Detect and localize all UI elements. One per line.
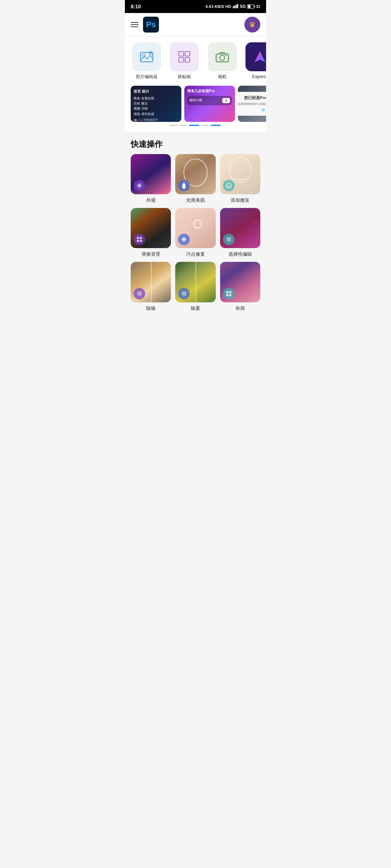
svg-rect-1 bbox=[234, 5, 235, 8]
quick-label-smooth-skin: 光滑美肌 bbox=[186, 197, 205, 204]
svg-point-33 bbox=[230, 239, 231, 240]
svg-rect-24 bbox=[137, 240, 139, 242]
quick-item-appearance[interactable]: 外观 bbox=[131, 154, 171, 204]
quick-thumb-spot-heal bbox=[175, 208, 215, 248]
quick-item-layout[interactable]: 布局 bbox=[220, 262, 260, 311]
quick-thumb-appearance bbox=[131, 154, 171, 194]
carousel-section[interactable]: 首页 统计 图表 发展趋势 目标 建议 视频 功能 成就 成长轨迹 🤖 人工智能… bbox=[125, 86, 266, 132]
app-label-camera: 相机 bbox=[218, 74, 227, 80]
apps-section[interactable]: 照片编辑器 拼贴画 相机 bbox=[125, 37, 266, 86]
app-label-express: Express bbox=[252, 74, 266, 80]
svg-point-20 bbox=[227, 184, 228, 185]
svg-point-40 bbox=[140, 293, 142, 294]
svg-rect-22 bbox=[137, 237, 139, 239]
app-icon-express bbox=[245, 42, 266, 71]
status-bar: 8:10 6.63 KB/S HD 5G 31 bbox=[125, 0, 266, 13]
menu-button[interactable] bbox=[131, 22, 139, 27]
app-item-photo-editor[interactable]: 照片编辑器 bbox=[131, 42, 163, 80]
header-left: Ps bbox=[131, 17, 159, 33]
carousel-card-1[interactable]: 首页 统计 图表 发展趋势 目标 建议 视频 功能 成就 成长轨迹 🤖 人工智能… bbox=[131, 86, 181, 122]
svg-rect-15 bbox=[225, 55, 227, 56]
battery-icon: 31 bbox=[247, 4, 260, 9]
svg-marker-16 bbox=[255, 51, 265, 62]
signal-icon bbox=[233, 4, 239, 9]
carousel-dots bbox=[125, 122, 266, 127]
quick-thumb-selective-edit bbox=[220, 208, 260, 248]
svg-point-29 bbox=[228, 238, 229, 239]
app-item-collage[interactable]: 拼贴画 bbox=[168, 42, 200, 80]
appearance-icon bbox=[134, 180, 145, 191]
carousel-dot-3[interactable] bbox=[189, 125, 199, 126]
quick-item-spot-heal[interactable]: 污点修复 bbox=[175, 208, 215, 258]
svg-point-21 bbox=[229, 184, 230, 185]
app-icon-photo-editor bbox=[132, 42, 161, 71]
quick-actions-grid: 外观 光滑美肌 添加微笑 bbox=[125, 154, 266, 318]
svg-point-38 bbox=[138, 294, 139, 295]
smooth-skin-icon bbox=[178, 180, 190, 191]
quick-item-denoise[interactable]: 除噪 bbox=[131, 262, 171, 311]
svg-rect-10 bbox=[185, 51, 190, 56]
app-icon-collage bbox=[170, 42, 199, 71]
status-icons: 6.63 KB/S HD 5G 31 bbox=[206, 4, 260, 9]
carousel-dot-1[interactable] bbox=[170, 125, 177, 126]
crown-button[interactable]: ♛ bbox=[244, 17, 260, 33]
app-label-collage: 拼贴画 bbox=[178, 74, 191, 80]
carousel-card-2[interactable]: 简单几步实现Pro 睡眠分数 0 bbox=[184, 86, 235, 122]
quick-label-appearance: 外观 bbox=[146, 197, 156, 204]
quick-label-add-smile: 添加微笑 bbox=[231, 197, 249, 204]
svg-rect-51 bbox=[229, 291, 231, 293]
svg-rect-7 bbox=[140, 52, 153, 62]
replace-bg-icon bbox=[134, 234, 145, 245]
quick-item-replace-bg[interactable]: 替换背景 bbox=[131, 208, 171, 258]
network-speed: 6.63 KB/S bbox=[206, 4, 224, 9]
quick-label-spot-heal: 污点修复 bbox=[186, 251, 205, 258]
quick-label-denoise: 除噪 bbox=[146, 305, 156, 312]
carousel-dot-5[interactable] bbox=[211, 125, 221, 126]
svg-rect-2 bbox=[236, 5, 237, 8]
svg-rect-11 bbox=[179, 58, 184, 62]
quick-label-layout: 布局 bbox=[235, 305, 245, 312]
denoise-icon bbox=[134, 288, 145, 299]
carousel-items: 首页 统计 图表 发展趋势 目标 建议 视频 功能 成就 成长轨迹 🤖 人工智能… bbox=[125, 86, 266, 122]
quick-label-selective-edit: 选择性编辑 bbox=[228, 251, 252, 258]
svg-point-36 bbox=[139, 292, 140, 293]
spot-heal-icon bbox=[178, 234, 190, 245]
quick-thumb-layout bbox=[220, 262, 260, 302]
svg-point-18 bbox=[138, 184, 140, 187]
svg-point-19 bbox=[226, 183, 231, 188]
svg-point-45 bbox=[182, 294, 183, 295]
add-smile-icon bbox=[223, 180, 235, 191]
svg-rect-12 bbox=[185, 58, 190, 62]
carousel-dot-2[interactable] bbox=[180, 125, 187, 126]
svg-rect-6 bbox=[254, 6, 255, 8]
storage-icon: HD bbox=[226, 4, 231, 9]
quick-thumb-smooth-skin bbox=[175, 154, 215, 194]
svg-rect-0 bbox=[233, 6, 234, 8]
app-item-express[interactable]: Express bbox=[244, 42, 266, 80]
quick-item-add-smile[interactable]: 添加微笑 bbox=[220, 154, 260, 204]
carousel-dot-4[interactable] bbox=[201, 125, 209, 126]
dehaze-icon bbox=[178, 288, 190, 299]
svg-rect-25 bbox=[140, 240, 142, 242]
svg-rect-50 bbox=[226, 291, 228, 293]
svg-rect-9 bbox=[179, 51, 184, 56]
battery-level: 31 bbox=[256, 4, 260, 9]
app-item-camera[interactable]: 相机 bbox=[206, 42, 238, 80]
svg-rect-52 bbox=[226, 294, 228, 296]
svg-rect-5 bbox=[248, 5, 251, 8]
quick-thumb-denoise bbox=[131, 262, 171, 302]
selective-edit-icon bbox=[223, 234, 235, 245]
svg-point-47 bbox=[185, 293, 186, 294]
quick-item-selective-edit[interactable]: 选择性编辑 bbox=[220, 208, 260, 258]
section-title-quick-actions: 快速操作 bbox=[125, 132, 266, 154]
carousel-card-3[interactable]: 您已经是Pro会员了！ 开始享受独有的Pro功能和完善的会员权益。 好 bbox=[238, 86, 266, 122]
quick-label-dehaze: 除雾 bbox=[191, 305, 200, 312]
header: Ps ♛ bbox=[125, 13, 266, 37]
svg-point-14 bbox=[220, 55, 225, 60]
quick-item-dehaze[interactable]: 除雾 bbox=[175, 262, 215, 311]
quick-label-replace-bg: 替换背景 bbox=[142, 251, 160, 258]
svg-rect-3 bbox=[237, 4, 238, 8]
quick-item-smooth-skin[interactable]: 光滑美肌 bbox=[175, 154, 215, 204]
quick-thumb-replace-bg bbox=[131, 208, 171, 248]
ps-logo: Ps bbox=[143, 17, 159, 33]
